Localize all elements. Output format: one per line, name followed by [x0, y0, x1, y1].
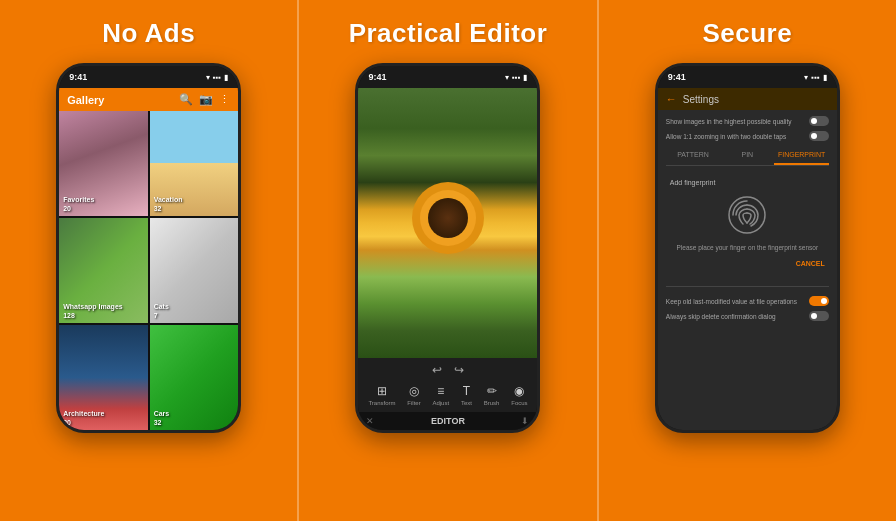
fingerprint-section: Add fingerprint Please — [666, 171, 829, 279]
gallery-label-vacation: Vacation 32 — [154, 195, 183, 213]
settings-zoom-label: Allow 1:1 zooming in with two double tap… — [666, 133, 809, 140]
fingerprint-description: Please place your finger on the fingerpr… — [676, 244, 818, 251]
editor-bottom-bar: ✕ EDITOR ⬇ — [358, 412, 537, 430]
sunflower-image — [358, 88, 537, 358]
gallery-cell-vacation[interactable]: Vacation 32 — [150, 111, 239, 216]
settings-row-quality: Show images in the highest possible qual… — [666, 116, 829, 126]
editor-undo-row: ↩ ↪ — [362, 363, 533, 377]
settings-quality-label: Show images in the highest possible qual… — [666, 118, 809, 125]
settings-quality-toggle[interactable] — [809, 116, 829, 126]
panel-secure: Secure 9:41 ▾ ▪▪▪ ▮ ← Settings Show imag… — [597, 0, 896, 521]
svg-point-0 — [729, 197, 765, 233]
wifi-icon-settings: ▾ — [804, 73, 808, 82]
editor-tool-brush[interactable]: ✏ Brush — [484, 384, 500, 406]
editor-tool-text[interactable]: T Text — [461, 384, 472, 406]
settings-file-ops-label: Keep old last-modified value at file ope… — [666, 298, 809, 305]
status-icons-settings: ▾ ▪▪▪ ▮ — [804, 73, 827, 82]
more-icon[interactable]: ⋮ — [219, 93, 230, 106]
settings-header: ← Settings — [658, 88, 837, 110]
focus-label: Focus — [511, 400, 527, 406]
phone-settings: 9:41 ▾ ▪▪▪ ▮ ← Settings Show images in t… — [655, 63, 840, 433]
editor-label: EDITOR — [431, 416, 465, 426]
focus-icon: ◉ — [514, 384, 524, 398]
battery-icon-editor: ▮ — [523, 73, 527, 82]
brush-label: Brush — [484, 400, 500, 406]
editor-tool-focus[interactable]: ◉ Focus — [511, 384, 527, 406]
gallery-label-cars: Cars 32 — [154, 409, 170, 427]
editor-screen: ↩ ↪ ⊞ Transform ◎ Filter ≡ Adjust — [358, 88, 537, 430]
gallery-cell-cars[interactable]: Cars 32 — [150, 325, 239, 430]
tab-pattern[interactable]: PATTERN — [666, 146, 720, 165]
gallery-label-whatsapp: Whatsapp Images 128 — [63, 302, 123, 320]
gallery-cell-whatsapp[interactable]: Whatsapp Images 128 — [59, 218, 148, 323]
status-icons: ▾ ▪▪▪ ▮ — [206, 73, 229, 82]
signal-icon: ▪▪▪ — [213, 73, 222, 82]
filter-icon: ◎ — [409, 384, 419, 398]
battery-icon-settings: ▮ — [823, 73, 827, 82]
phone-editor: 9:41 ▾ ▪▪▪ ▮ ↩ ↪ ⊞ Transform — [355, 63, 540, 433]
status-time-editor: 9:41 — [368, 72, 386, 82]
panel-no-ads: No Ads 9:41 ▾ ▪▪▪ ▮ Gallery 🔍 📷 ⋮ — [0, 0, 297, 521]
transform-label: Transform — [368, 400, 395, 406]
add-fingerprint-label: Add fingerprint — [670, 179, 716, 186]
status-time: 9:41 — [69, 72, 87, 82]
status-time-settings: 9:41 — [668, 72, 686, 82]
settings-divider — [666, 286, 829, 287]
settings-row-zoom: Allow 1:1 zooming in with two double tap… — [666, 131, 829, 141]
signal-icon-settings: ▪▪▪ — [811, 73, 820, 82]
panel-practical-editor: Practical Editor 9:41 ▾ ▪▪▪ ▮ ↩ ↪ — [297, 0, 596, 521]
adjust-label: Adjust — [432, 400, 449, 406]
search-icon[interactable]: 🔍 — [179, 93, 193, 106]
editor-download-icon[interactable]: ⬇ — [521, 416, 529, 426]
gallery-label-favorites: Favorites 20 — [63, 195, 94, 213]
status-bar-gallery: 9:41 ▾ ▪▪▪ ▮ — [59, 66, 238, 88]
text-icon: T — [463, 384, 470, 398]
text-label: Text — [461, 400, 472, 406]
wifi-icon: ▾ — [206, 73, 210, 82]
gallery-cell-architecture[interactable]: Architecture 20 — [59, 325, 148, 430]
tab-fingerprint[interactable]: FINGERPRINT — [774, 146, 828, 165]
panel-secure-title: Secure — [702, 18, 792, 49]
gallery-app-title: Gallery — [67, 94, 104, 106]
redo-icon[interactable]: ↪ — [454, 363, 464, 377]
status-bar-settings: 9:41 ▾ ▪▪▪ ▮ — [658, 66, 837, 88]
wifi-icon-editor: ▾ — [505, 73, 509, 82]
settings-zoom-toggle[interactable] — [809, 131, 829, 141]
gallery-header-icons: 🔍 📷 ⋮ — [179, 93, 230, 106]
adjust-icon: ≡ — [437, 384, 444, 398]
undo-icon[interactable]: ↩ — [432, 363, 442, 377]
gallery-cell-cats[interactable]: Cats 7 — [150, 218, 239, 323]
panel-no-ads-title: No Ads — [102, 18, 195, 49]
back-arrow-icon[interactable]: ← — [666, 93, 677, 105]
filter-label: Filter — [407, 400, 420, 406]
gallery-cell-favorites[interactable]: Favorites 20 — [59, 111, 148, 216]
signal-icon-editor: ▪▪▪ — [512, 73, 521, 82]
editor-tool-filter[interactable]: ◎ Filter — [407, 384, 420, 406]
settings-delete-toggle[interactable] — [809, 311, 829, 321]
settings-header-title: Settings — [683, 94, 719, 105]
gallery-label-cats: Cats 7 — [154, 302, 169, 320]
cancel-button[interactable]: CANCEL — [796, 256, 825, 271]
editor-tool-adjust[interactable]: ≡ Adjust — [432, 384, 449, 406]
gallery-grid: Favorites 20 Vacation 32 Whatsapp Images… — [59, 111, 238, 430]
status-icons-editor: ▾ ▪▪▪ ▮ — [505, 73, 528, 82]
tab-pin[interactable]: PIN — [720, 146, 774, 165]
editor-tool-transform[interactable]: ⊞ Transform — [368, 384, 395, 406]
gallery-header: Gallery 🔍 📷 ⋮ — [59, 88, 238, 111]
editor-controls: ↩ ↪ ⊞ Transform ◎ Filter ≡ Adjust — [358, 358, 537, 412]
fingerprint-svg — [723, 191, 771, 239]
camera-icon[interactable]: 📷 — [199, 93, 213, 106]
fingerprint-icon — [723, 191, 771, 239]
transform-icon: ⊞ — [377, 384, 387, 398]
settings-body: Show images in the highest possible qual… — [658, 110, 837, 430]
gallery-label-architecture: Architecture 20 — [63, 409, 104, 427]
editor-close-icon[interactable]: ✕ — [366, 416, 374, 426]
sunflower-center — [428, 198, 468, 238]
security-tab-row: PATTERN PIN FINGERPRINT — [666, 146, 829, 166]
status-bar-editor: 9:41 ▾ ▪▪▪ ▮ — [358, 66, 537, 88]
battery-icon: ▮ — [224, 73, 228, 82]
settings-file-ops-toggle[interactable] — [809, 296, 829, 306]
editor-tools: ⊞ Transform ◎ Filter ≡ Adjust T Text — [362, 381, 533, 409]
settings-screen: ← Settings Show images in the highest po… — [658, 88, 837, 430]
settings-row-delete: Always skip delete confirmation dialog — [666, 311, 829, 321]
